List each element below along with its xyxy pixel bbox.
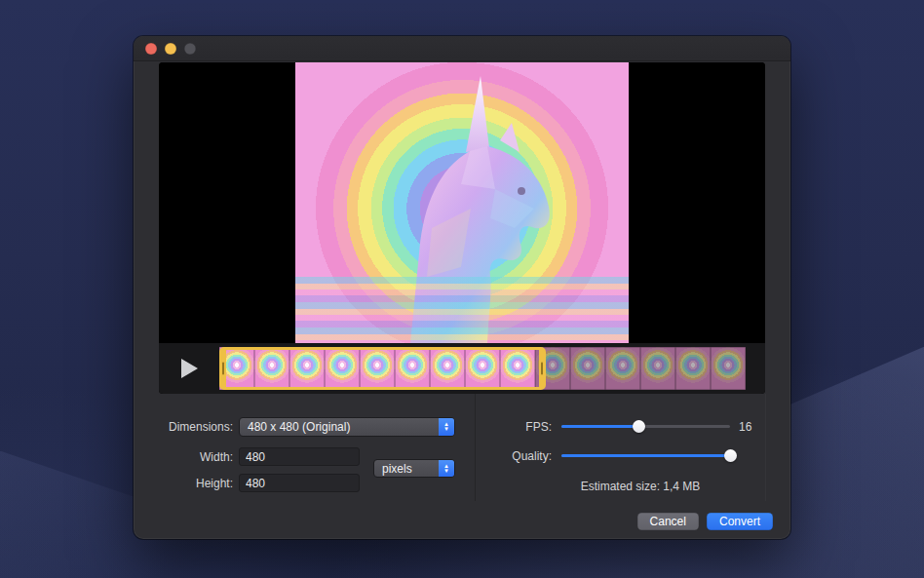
trim-handle-right[interactable] (539, 350, 546, 387)
video-frame (159, 62, 765, 343)
timeline-scrubber (159, 343, 765, 394)
quality-slider-track[interactable] (561, 454, 730, 457)
height-label: Height: (159, 474, 233, 493)
height-field[interactable] (239, 474, 360, 492)
filmstrip-frame[interactable] (640, 347, 675, 390)
stepper-icon: ▲▼ (439, 418, 454, 436)
app-window: Dimensions: 480 x 480 (Original) ▲▼ Widt… (134, 36, 790, 539)
rainbow-artwork (295, 62, 629, 343)
cancel-button[interactable]: Cancel (637, 513, 699, 530)
dimensions-label: Dimensions: (159, 417, 233, 437)
filmstrip-frame[interactable] (711, 347, 746, 390)
video-preview (159, 62, 765, 394)
close-button[interactable] (145, 43, 157, 55)
play-icon (181, 359, 198, 378)
dimensions-group: Dimensions: 480 x 480 (Original) ▲▼ Widt… (159, 394, 475, 501)
water-reflection (295, 277, 629, 343)
filmstrip-area (219, 347, 746, 390)
trim-selection[interactable] (219, 347, 546, 390)
dimensions-select[interactable]: 480 x 480 (Original) ▲▼ (239, 417, 455, 437)
unit-value: pixels (374, 462, 439, 476)
fps-slider[interactable] (561, 420, 730, 433)
width-label: Width: (159, 447, 233, 467)
desktop-wallpaper: Dimensions: 480 x 480 (Original) ▲▼ Widt… (0, 0, 924, 578)
filmstrip-frame[interactable] (605, 347, 640, 390)
encode-settings-group: FPS: 16 Quality: Estimated size: 1,4 MB (475, 394, 766, 501)
controls-panel: Dimensions: 480 x 480 (Original) ▲▼ Widt… (159, 394, 765, 507)
filmstrip-frame[interactable] (675, 347, 711, 390)
trim-handle-left[interactable] (219, 350, 226, 387)
quality-slider-fill (561, 454, 730, 457)
action-buttons: Cancel Convert (637, 513, 773, 530)
stepper-icon: ▲▼ (439, 460, 454, 477)
dimensions-value: 480 x 480 (Original) (240, 420, 439, 434)
play-button[interactable] (159, 359, 219, 378)
minimize-button[interactable] (165, 43, 176, 55)
fps-label: FPS: (476, 417, 552, 437)
quality-slider-thumb[interactable] (724, 449, 737, 462)
quality-slider[interactable] (561, 449, 730, 462)
width-field[interactable] (239, 447, 360, 466)
fps-slider-fill (561, 425, 639, 428)
quality-label: Quality: (476, 446, 552, 466)
window-titlebar[interactable] (134, 36, 790, 61)
unit-select[interactable]: pixels ▲▼ (373, 459, 455, 478)
fps-value: 16 (739, 417, 751, 437)
zoom-button[interactable] (184, 43, 196, 55)
convert-button[interactable]: Convert (707, 513, 773, 530)
fps-slider-thumb[interactable] (633, 420, 645, 433)
fps-slider-track[interactable] (561, 425, 730, 428)
filmstrip-frame[interactable] (570, 347, 605, 390)
estimated-size-text: Estimated size: 1,4 MB (515, 480, 766, 493)
